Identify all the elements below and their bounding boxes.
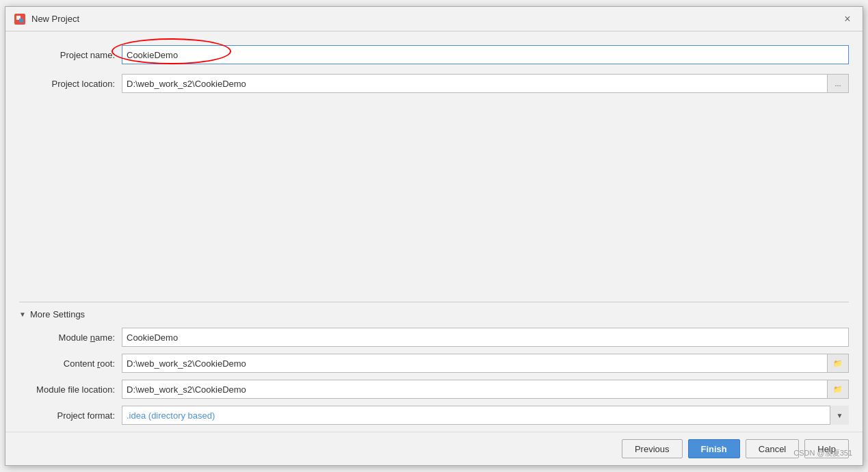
project-location-input[interactable] xyxy=(122,74,827,93)
close-button[interactable]: × xyxy=(841,12,854,26)
project-format-select[interactable]: .idea (directory based) .ipr (file based… xyxy=(122,406,849,425)
more-settings-fields: Module name: Content root: 📁 xyxy=(19,328,849,425)
collapse-icon: ▼ xyxy=(19,311,26,318)
project-name-row: Project name: xyxy=(19,45,849,64)
watermark: CSDN @凌夏351 xyxy=(793,448,852,458)
project-format-row: Project format: .idea (directory based) … xyxy=(19,406,849,425)
project-format-label: Project format: xyxy=(19,410,115,421)
spacer xyxy=(19,103,849,292)
more-settings-toggle[interactable]: ▼ More Settings xyxy=(19,309,849,319)
module-file-location-row: Module file location: 📁 xyxy=(19,380,849,399)
module-name-input[interactable] xyxy=(122,328,849,347)
folder-icon-2: 📁 xyxy=(833,385,843,394)
module-file-location-label: Module file location: xyxy=(19,384,115,395)
title-bar-left: New Project xyxy=(14,13,79,25)
content-root-field-group: 📁 xyxy=(122,354,849,373)
project-location-field-group: ... xyxy=(122,74,849,93)
more-settings-label: More Settings xyxy=(30,309,85,319)
previous-button[interactable]: Previous xyxy=(622,439,683,458)
module-file-browse-button[interactable]: 📁 xyxy=(827,380,849,399)
dialog-title: New Project xyxy=(31,14,79,24)
more-settings-section: ▼ More Settings Module name: Content roo… xyxy=(19,302,849,425)
content-root-label: Content root: xyxy=(19,358,115,369)
cancel-button[interactable]: Cancel xyxy=(746,439,799,458)
content-root-browse-button[interactable]: 📁 xyxy=(827,354,849,373)
content-root-input[interactable] xyxy=(122,354,827,373)
browse-button[interactable]: ... xyxy=(827,74,849,93)
module-name-row: Module name: xyxy=(19,328,849,347)
title-bar: New Project × xyxy=(5,7,863,31)
project-name-label: Project name: xyxy=(19,50,115,60)
dialog-content: Project name: Project location: ... ▼ Mo… xyxy=(5,31,863,432)
app-icon xyxy=(14,13,26,25)
module-name-label: Module name: xyxy=(19,332,115,343)
footer: Previous Finish Cancel Help xyxy=(5,432,863,465)
content-root-row: Content root: 📁 xyxy=(19,354,849,373)
new-project-dialog: New Project × Project name: Project loca… xyxy=(5,6,863,466)
project-format-select-wrapper: .idea (directory based) .ipr (file based… xyxy=(122,406,849,425)
finish-button[interactable]: Finish xyxy=(688,439,740,458)
project-location-label: Project location: xyxy=(19,79,115,89)
project-location-row: Project location: ... xyxy=(19,74,849,93)
svg-rect-2 xyxy=(19,18,23,23)
project-name-input[interactable] xyxy=(122,45,849,64)
module-file-location-input[interactable] xyxy=(122,380,827,399)
folder-icon: 📁 xyxy=(833,359,843,368)
module-file-location-field-group: 📁 xyxy=(122,380,849,399)
